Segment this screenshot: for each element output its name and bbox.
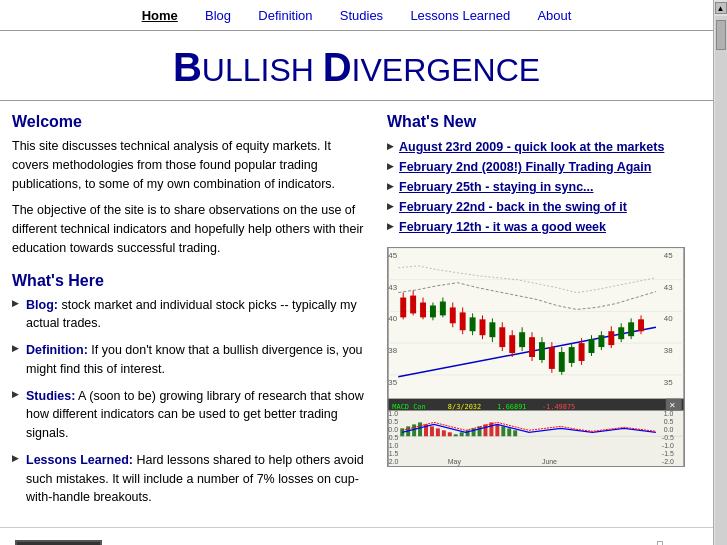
scroll-track[interactable] (715, 16, 727, 545)
svg-text:MACD Con: MACD Con (392, 403, 425, 411)
nav-home[interactable]: Home (142, 8, 178, 23)
stock-chart: 45 43 40 38 35 45 43 40 38 35 (387, 247, 685, 467)
list-item: Definition: If you don't know that a bul… (12, 341, 367, 379)
site-title: BULLISH DIVERGENCE (0, 31, 713, 101)
definition-link[interactable]: Definition: (26, 343, 88, 357)
svg-text:43: 43 (664, 283, 673, 292)
nav-lessons-learned[interactable]: Lessons Learned (410, 8, 510, 23)
svg-rect-82 (430, 426, 434, 436)
list-item: February 25th - staying in sync... (387, 177, 697, 197)
scroll-up-arrow[interactable]: ▲ (715, 2, 727, 14)
svg-rect-95 (507, 428, 511, 436)
main-content: Welcome This site discusses technical an… (0, 113, 713, 515)
title-ullish: ULLISH (202, 52, 323, 88)
list-item: February 2nd (2008!) Finally Trading Aga… (387, 157, 697, 177)
blog-text: stock market and individual stock picks … (26, 298, 357, 331)
whats-new-heading: What's New (387, 113, 697, 131)
title-ivergence: IVERGENCE (352, 52, 540, 88)
left-column: Welcome This site discusses technical an… (12, 113, 367, 515)
svg-text:0.0: 0.0 (388, 426, 398, 433)
svg-text:35: 35 (664, 378, 673, 387)
svg-text:0.5: 0.5 (664, 418, 674, 425)
list-item: February 22nd - back in the swing of it (387, 197, 697, 217)
made-on-mac:  Made on a Mac (622, 538, 698, 545)
svg-text:0.0: 0.0 (664, 426, 674, 433)
list-item: Blog: stock market and individual stock … (12, 296, 367, 334)
news-link-4[interactable]: February 22nd - back in the swing of it (399, 200, 627, 214)
list-item: Lessons Learned: Hard lessons shared to … (12, 451, 367, 507)
welcome-p1: This site discusses technical analysis o… (12, 137, 367, 193)
svg-text:-2.0: -2.0 (388, 458, 398, 465)
svg-text:45: 45 (664, 251, 673, 260)
svg-text:40: 40 (664, 314, 673, 323)
visit-counter: 1 7 1 (15, 540, 102, 545)
list-item: August 23rd 2009 - quick look at the mar… (387, 137, 697, 157)
svg-text:35: 35 (388, 378, 397, 387)
svg-text:43: 43 (388, 283, 397, 292)
svg-text:38: 38 (664, 346, 673, 355)
lessons-link[interactable]: Lessons Learned: (26, 453, 133, 467)
svg-text:✕: ✕ (669, 401, 676, 410)
title-cap-b: B (173, 45, 202, 89)
news-link-1[interactable]: August 23rd 2009 - quick look at the mar… (399, 140, 664, 154)
svg-text:38: 38 (388, 346, 397, 355)
title-cap-d: D (323, 45, 352, 89)
list-item: February 12th - it was a good week (387, 217, 697, 237)
nav-blog[interactable]: Blog (205, 8, 231, 23)
nav-studies[interactable]: Studies (340, 8, 383, 23)
footer: 1 7 1  Made on a Mac (0, 527, 713, 545)
welcome-p2: The objective of the site is to share ob… (12, 201, 367, 257)
svg-rect-83 (436, 428, 440, 436)
svg-rect-87 (460, 432, 464, 436)
whats-new-list: August 23rd 2009 - quick look at the mar… (387, 137, 697, 237)
svg-rect-84 (442, 430, 446, 436)
nav-definition[interactable]: Definition (258, 8, 312, 23)
svg-text:1.0: 1.0 (388, 410, 398, 417)
blog-link[interactable]: Blog: (26, 298, 58, 312)
svg-text:1.0: 1.0 (664, 410, 674, 417)
studies-link[interactable]: Studies: (26, 389, 75, 403)
nav-bar: Home Blog Definition Studies Lessons Lea… (0, 0, 713, 31)
whats-here-heading: What's Here (12, 272, 367, 290)
news-link-5[interactable]: February 12th - it was a good week (399, 220, 606, 234)
svg-rect-80 (418, 422, 422, 436)
svg-text:-0.5: -0.5 (388, 434, 398, 441)
svg-text:May: May (448, 458, 462, 466)
svg-rect-69 (388, 399, 683, 411)
svg-rect-94 (501, 426, 505, 436)
list-item: Studies: A (soon to be) growing library … (12, 387, 367, 443)
studies-text: A (soon to be) growing library of resear… (26, 389, 364, 441)
apple-logo-icon:  (656, 538, 664, 545)
svg-text:-1.0: -1.0 (662, 442, 674, 449)
news-link-3[interactable]: February 25th - staying in sync... (399, 180, 594, 194)
svg-text:40: 40 (388, 314, 397, 323)
svg-rect-96 (513, 430, 517, 436)
svg-text:-1.49875: -1.49875 (542, 403, 575, 411)
svg-text:-2.0: -2.0 (662, 458, 674, 465)
svg-text:-1.5: -1.5 (662, 450, 674, 457)
svg-text:June: June (542, 458, 557, 465)
svg-rect-90 (478, 426, 482, 436)
svg-text:0.5: 0.5 (388, 418, 398, 425)
welcome-heading: Welcome (12, 113, 367, 131)
svg-text:-1.5: -1.5 (388, 450, 398, 457)
whats-here-list: Blog: stock market and individual stock … (12, 296, 367, 508)
scroll-thumb[interactable] (716, 20, 726, 50)
right-column: What's New August 23rd 2009 - quick look… (387, 113, 697, 515)
svg-text:-0.5: -0.5 (662, 434, 674, 441)
svg-rect-79 (412, 424, 416, 436)
svg-text:8/3/2032: 8/3/2032 (448, 403, 481, 411)
svg-rect-86 (454, 434, 458, 436)
news-link-2[interactable]: February 2nd (2008!) Finally Trading Aga… (399, 160, 651, 174)
svg-text:1.66891: 1.66891 (497, 403, 526, 411)
nav-about[interactable]: About (537, 8, 571, 23)
svg-rect-93 (495, 424, 499, 436)
svg-text:-1.0: -1.0 (388, 442, 398, 449)
svg-text:45: 45 (388, 251, 397, 260)
scrollbar[interactable]: ▲ ▼ (713, 0, 727, 545)
svg-rect-85 (448, 432, 452, 436)
